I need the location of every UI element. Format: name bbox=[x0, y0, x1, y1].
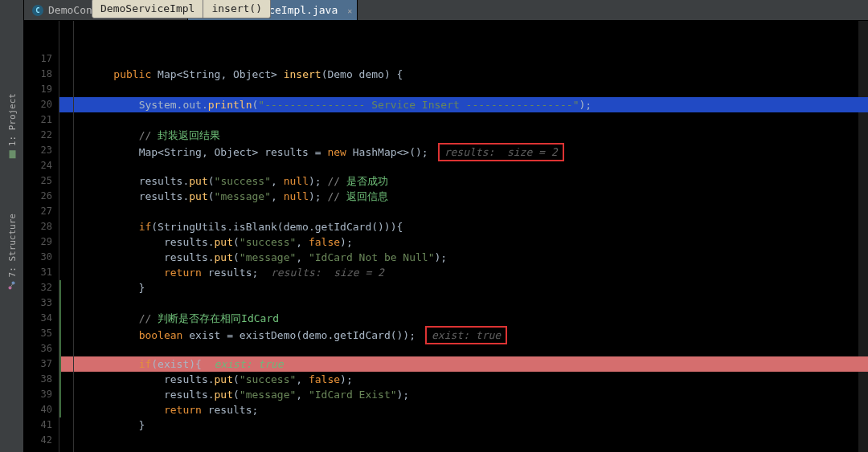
structure-icon bbox=[7, 280, 17, 290]
close-icon[interactable]: ✕ bbox=[347, 6, 352, 14]
code-area[interactable]: DemoServiceImpl insert() public Map<Stri… bbox=[88, 21, 868, 452]
line-number-gutter: 17 181920 212223 242526 272829 303132 33… bbox=[24, 21, 59, 452]
toolwindow-project-label: 1: Project bbox=[6, 93, 17, 146]
breadcrumb-method[interactable]: insert() bbox=[203, 0, 271, 18]
gutter-extras bbox=[59, 21, 74, 452]
java-class-icon: C bbox=[32, 5, 43, 16]
toolwindow-project-tab[interactable]: 1: Project bbox=[5, 88, 18, 164]
left-toolwindow-strip: 1: Project 7: Structure bbox=[0, 0, 24, 452]
svg-rect-0 bbox=[9, 150, 15, 158]
gutter-icons bbox=[74, 21, 88, 452]
toolwindow-structure-label: 7: Structure bbox=[6, 214, 17, 277]
project-icon bbox=[7, 149, 17, 159]
editor-area: 17 181920 212223 242526 272829 303132 33… bbox=[24, 21, 868, 452]
toolwindow-structure-tab[interactable]: 7: Structure bbox=[5, 209, 18, 295]
line-number: 17 bbox=[24, 51, 52, 67]
breadcrumb: DemoServiceImpl insert() bbox=[92, 0, 271, 18]
breadcrumb-class[interactable]: DemoServiceImpl bbox=[92, 0, 203, 18]
